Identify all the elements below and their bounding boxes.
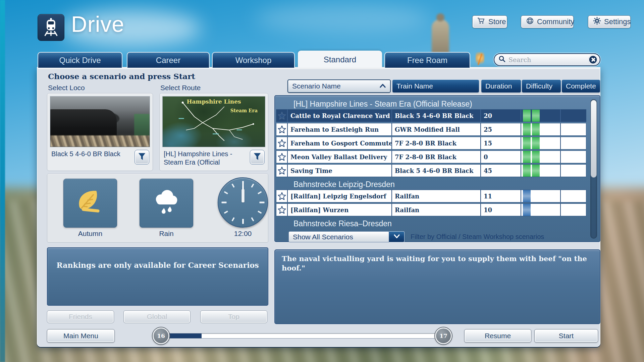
difficulty-bar-segment — [532, 110, 540, 122]
sort-scenario-name[interactable]: Scenario Name — [287, 79, 391, 93]
chevron-up-icon — [379, 82, 386, 90]
scenario-row[interactable]: [Railfan] Leipzig EngelsdorfRailfan11 — [276, 190, 586, 202]
pager-knob-left[interactable]: 16 — [153, 327, 169, 344]
time-clock[interactable] — [218, 177, 268, 228]
loco-card[interactable]: Black 5 4-6-0 BR Black — [47, 93, 153, 171]
clock-tick — [251, 184, 254, 188]
settings-button[interactable]: Settings — [588, 15, 631, 28]
scenario-row[interactable]: Cattle to Royal Clarence YardBlack 5 4-6… — [276, 109, 586, 122]
season-tile[interactable] — [63, 179, 117, 228]
search-input[interactable]: Search — [494, 53, 600, 66]
search-icon — [498, 55, 506, 64]
scrollbar-track[interactable] — [590, 99, 597, 239]
duration-value: 45 — [481, 165, 521, 177]
sort-duration[interactable]: Duration — [481, 79, 521, 93]
clock-tick — [242, 219, 244, 224]
difficulty-bars — [521, 151, 561, 163]
time-label: 12:00 — [218, 230, 268, 238]
clock-tick — [221, 202, 226, 203]
community-button[interactable]: Community — [521, 15, 574, 28]
train-name: Railfan — [392, 204, 481, 216]
scenario-panel: Choose a scenario and press Start Select… — [37, 67, 600, 347]
difficulty-bar-segment — [532, 123, 540, 135]
difficulty-bars — [521, 190, 561, 202]
store-button[interactable]: Store — [472, 15, 507, 28]
tab-workshop[interactable]: Workshop — [212, 52, 295, 68]
tab-free-roam[interactable]: Free Roam — [384, 52, 470, 68]
route-filter-button[interactable] — [250, 150, 265, 165]
tab-label: Free Roam — [407, 56, 447, 65]
weather-tile[interactable] — [140, 179, 193, 228]
friends-label: Friends — [69, 313, 92, 321]
sort-difficulty[interactable]: Difficulty — [522, 79, 561, 93]
clock-tick — [231, 217, 234, 221]
friends-button[interactable]: Friends — [47, 310, 114, 323]
scenario-row[interactable]: Saving TimeBlack 5 4-6-0 BR Black45 — [276, 164, 586, 177]
spark-decoration — [476, 52, 484, 67]
store-label: Store — [488, 17, 506, 26]
complete-cell — [561, 190, 586, 202]
duration-value: 25 — [481, 123, 521, 135]
train-icon — [42, 17, 60, 38]
train-name: Black 5 4-6-0 BR Black — [392, 110, 481, 122]
rankings-message: Rankings are only available for Career S… — [48, 248, 268, 269]
gear-icon — [593, 17, 601, 27]
tab-career[interactable]: Career — [127, 52, 210, 68]
column-label: Duration — [485, 82, 512, 90]
scenario-name: Meon Valley Ballast Delivery — [288, 151, 392, 163]
column-label: Scenario Name — [292, 82, 341, 90]
tab-quick-drive[interactable]: Quick Drive — [38, 52, 122, 68]
scenario-name: Cattle to Royal Clarence Yard — [288, 110, 392, 122]
scenario-row[interactable]: Fareham to Eastleigh RunGWR Modified Hal… — [276, 123, 586, 136]
clock-tick — [258, 210, 262, 214]
scenario-filter-dropdown[interactable]: Show All Scenarios — [288, 231, 389, 242]
global-label: Global — [147, 313, 167, 321]
sort-complete[interactable]: Complete — [561, 79, 600, 93]
favorite-star-icon[interactable] — [276, 190, 288, 202]
chevron-down-icon — [393, 233, 400, 241]
start-button[interactable]: Start — [534, 329, 598, 343]
clear-search-icon[interactable] — [588, 55, 598, 64]
scenario-description: The naval victualling yard is waiting fo… — [274, 249, 600, 324]
scenario-filter-row: Show All Scenarios Filter by Official / … — [288, 231, 544, 242]
pager-left-value: 16 — [157, 333, 165, 339]
route-map-subtitle: Steam Era — [230, 108, 258, 113]
scenario-row[interactable]: Fareham to Gosport Commute7F 2-8-0 BR Bl… — [276, 137, 586, 149]
favorite-star-icon[interactable] — [276, 123, 288, 135]
pager-knob-right[interactable]: 17 — [435, 327, 452, 344]
filter-dropdown-button[interactable] — [389, 231, 405, 242]
tab-standard[interactable]: Standard — [298, 51, 382, 68]
favorite-star-icon[interactable] — [276, 110, 288, 122]
search-placeholder: Search — [508, 56, 588, 63]
scenario-row[interactable]: [Railfan] WurzenRailfan10 — [276, 203, 586, 216]
scenario-row[interactable]: Meon Valley Ballast Delivery7F 2-8-0 BR … — [276, 150, 586, 163]
duration-value: 0 — [481, 151, 521, 163]
season-label: Autumn — [63, 230, 117, 238]
main-menu-label: Main Menu — [63, 332, 98, 340]
background-left-strip — [0, 0, 5, 362]
scrollbar-thumb[interactable] — [591, 100, 597, 178]
resume-button[interactable]: Resume — [464, 329, 531, 343]
favorite-star-icon[interactable] — [276, 151, 288, 163]
loco-filter-button[interactable] — [135, 150, 149, 165]
favorite-star-icon[interactable] — [276, 165, 288, 177]
select-loco-label: Select Loco — [48, 84, 85, 92]
sort-train-name[interactable]: Train Name — [392, 79, 479, 93]
tab-label: Standard — [324, 55, 356, 64]
duration-value: 15 — [481, 137, 521, 149]
difficulty-bars — [521, 123, 561, 135]
top-button[interactable]: Top — [200, 310, 267, 323]
route-card[interactable]: Hampshire Lines Steam Era [HL] Hampshire… — [159, 93, 268, 171]
favorite-star-icon[interactable] — [276, 137, 288, 149]
scenario-pager-track[interactable] — [161, 333, 443, 339]
difficulty-bar-segment — [523, 190, 531, 202]
favorite-star-icon[interactable] — [276, 204, 288, 216]
tab-label: Workshop — [235, 56, 272, 65]
duration-value: 20 — [481, 110, 521, 122]
scenario-group-title: [HL] Hampshire Lines - Steam Era (Offici… — [276, 98, 586, 109]
global-button[interactable]: Global — [123, 310, 191, 323]
main-menu-button[interactable]: Main Menu — [47, 329, 115, 343]
difficulty-bar-segment — [523, 110, 531, 122]
drive-menu-screen: Drive Store Community — [0, 0, 644, 362]
train-name: 7F 2-8-0 BR Black — [392, 137, 481, 149]
